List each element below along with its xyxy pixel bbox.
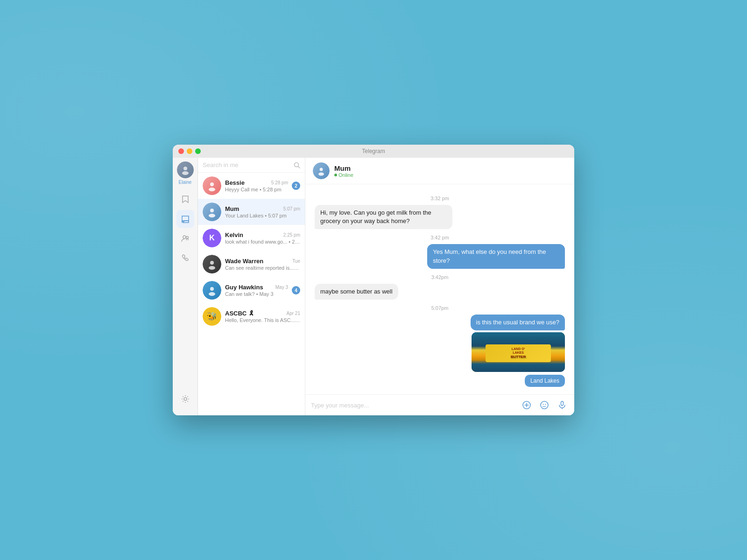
unread-badge: 2 (292, 182, 300, 190)
message-time: May 3 (275, 285, 288, 290)
main-content: Elaine (173, 158, 574, 415)
chat-info: Guy Hawkins May 3 Can we talk? • May 3 (225, 284, 288, 297)
message-time: 5:07 pm (283, 206, 300, 211)
message-bubble: Hi, my love. Can you go get milk from th… (315, 205, 452, 229)
message-bubble: is this the usual brand we use? (471, 315, 565, 330)
chat-info: Wade Warren Tue Can see realtime reporte… (225, 258, 300, 271)
chat-list-panel: Bessie 5:28 pm Heyyy Call me • 5:28 pm 2 (198, 158, 305, 415)
svg-point-11 (209, 266, 215, 270)
sidebar-item-calls[interactable] (176, 249, 194, 267)
chat-info: Mum 5:07 pm Your Land Lakes • 5:07 pm (225, 205, 300, 218)
user-profile[interactable]: Elaine (177, 161, 194, 185)
list-item[interactable]: Mum 5:07 pm Your Land Lakes • 5:07 pm (198, 199, 305, 225)
message-input-area (305, 394, 574, 415)
list-item[interactable]: 🐝 ASCBC 🎗 Apr 21 Hello, Everyone. This i… (198, 303, 305, 329)
titlebar: Telegram (173, 145, 574, 158)
svg-rect-20 (561, 401, 564, 406)
message-image: LAND O'LAKES BUTTER (472, 332, 565, 372)
list-item[interactable]: Bessie 5:28 pm Heyyy Call me • 5:28 pm 2 (198, 173, 305, 199)
list-item[interactable]: Wade Warren Tue Can see realtime reporte… (198, 251, 305, 277)
message-time: Apr 21 (287, 311, 300, 316)
svg-point-15 (318, 173, 324, 176)
maximize-button[interactable] (195, 148, 201, 154)
user-name: Elaine (179, 180, 192, 185)
message-time: Tue (292, 259, 300, 264)
chat-info: Bessie 5:28 pm Heyyy Call me • 5:28 pm (225, 179, 288, 192)
message-input[interactable] (311, 402, 515, 409)
avatar (203, 281, 221, 300)
avatar (177, 161, 194, 178)
svg-point-10 (210, 261, 214, 265)
sidebar-item-contacts[interactable] (176, 230, 194, 247)
contact-name: Mum (225, 205, 239, 212)
avatar-image (177, 161, 194, 178)
list-item[interactable]: K Kelvin 2:25 pm look what i found www.g… (198, 225, 305, 251)
message-preview: Can see realtime reported is... • Tue (225, 265, 300, 271)
sidebar-item-saved[interactable] (176, 190, 194, 208)
avatar (203, 203, 221, 221)
timestamp: 3:32 pm (315, 196, 565, 201)
message-bubble: maybe some butter as well (315, 284, 398, 300)
sidebar: Elaine (173, 158, 198, 415)
contact-name: Wade Warren (225, 258, 263, 265)
avatar (203, 255, 221, 273)
svg-point-6 (210, 182, 214, 186)
message-time: 2:25 pm (283, 232, 300, 238)
chat-info: ASCBC 🎗 Apr 21 Hello, Everyone. This is … (225, 310, 300, 323)
contact-name: Guy Hawkins (225, 284, 263, 291)
search-input[interactable] (203, 161, 291, 168)
message-preview: Hello, Everyone. This is ASC... • Apr 21 (225, 317, 300, 323)
svg-point-0 (183, 167, 187, 170)
status-text: Online (338, 172, 353, 178)
window-title: Telegram (362, 148, 385, 154)
message-preview: look what i found www.go... • 2:25 pm (225, 239, 300, 245)
svg-point-13 (209, 292, 215, 296)
svg-point-14 (320, 168, 323, 171)
microphone-button[interactable] (556, 399, 569, 412)
message-bubble: Yes Mum, what else do you need from the … (427, 244, 565, 268)
svg-point-1 (182, 171, 189, 175)
message-preview: Can we talk? • May 3 (225, 291, 288, 297)
svg-point-2 (183, 236, 186, 238)
message-preview: Heyyy Call me • 5:28 pm (225, 187, 288, 192)
titlebar-buttons (178, 148, 201, 154)
svg-point-19 (545, 404, 546, 405)
svg-point-7 (209, 188, 215, 191)
avatar: K (203, 229, 221, 247)
contact-avatar (313, 162, 330, 179)
contact-name: Bessie (225, 179, 245, 186)
contact-name: Mum (334, 164, 567, 172)
app-window: Telegram Elaine (173, 145, 574, 415)
butter-image-content: LAND O'LAKES BUTTER (472, 332, 565, 372)
contact-info: Mum Online (334, 164, 567, 178)
settings-button[interactable] (176, 390, 194, 408)
contact-status: Online (334, 172, 567, 178)
emoji-button[interactable] (538, 399, 551, 412)
attach-button[interactable] (520, 399, 533, 412)
avatar: 🐝 (203, 307, 221, 326)
timestamp: 5:07pm (315, 305, 565, 311)
sidebar-item-chats[interactable] (176, 210, 194, 228)
avatar (203, 176, 221, 195)
chat-list: Bessie 5:28 pm Heyyy Call me • 5:28 pm 2 (198, 173, 305, 415)
list-item[interactable]: Guy Hawkins May 3 Can we talk? • May 3 4 (198, 277, 305, 303)
close-button[interactable] (178, 148, 184, 154)
chat-window: Mum Online 3:32 pm Hi, my love. Can you … (305, 158, 574, 415)
chat-header: Mum Online (305, 158, 574, 184)
minimize-button[interactable] (187, 148, 192, 154)
svg-point-8 (210, 209, 214, 212)
search-icon[interactable] (294, 162, 300, 168)
chat-info: Kelvin 2:25 pm look what i found www.go.… (225, 231, 300, 245)
unread-badge: 4 (292, 286, 300, 294)
timestamp: 3:42 pm (315, 235, 565, 240)
message-caption: Land Lakes (525, 375, 565, 387)
svg-point-12 (210, 287, 214, 291)
message-time: 5:28 pm (271, 180, 288, 185)
svg-point-18 (543, 404, 544, 405)
online-indicator (334, 174, 337, 176)
search-bar (198, 158, 305, 173)
timestamp: 3:42pm (315, 274, 565, 280)
contact-name: Kelvin (225, 231, 243, 238)
svg-point-9 (209, 214, 215, 217)
contact-name: ASCBC 🎗 (225, 310, 254, 317)
